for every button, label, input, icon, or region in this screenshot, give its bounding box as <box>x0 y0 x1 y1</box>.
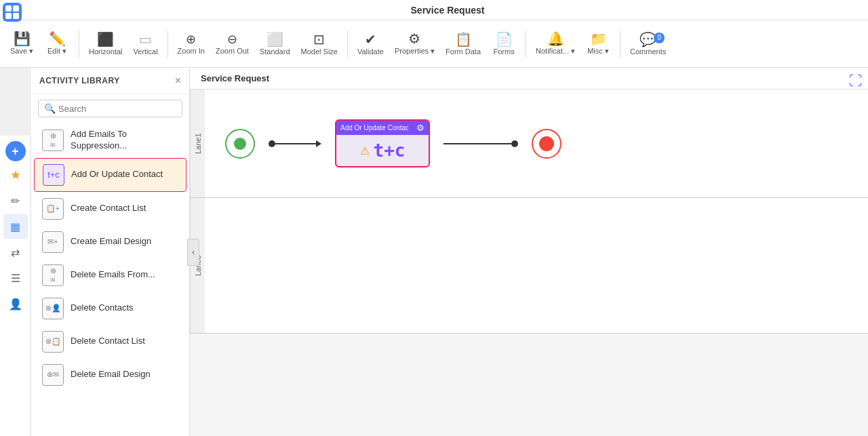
activity-icon-add-emails: ⊕✉ <box>42 130 64 151</box>
canvas-activity-header: Add Or Update Contac... ⚙ <box>336 121 429 135</box>
vertical-icon: ▭ <box>139 33 152 46</box>
sidebar-icon-list[interactable]: ☰ <box>3 266 28 290</box>
canvas-activity-body: ⚠ t+c <box>336 135 429 166</box>
lane-1-label: Lane1 <box>190 90 205 197</box>
standard-icon: ⬜ <box>267 33 283 46</box>
activity-icon-create-email-design: ✉+ <box>42 231 64 253</box>
activity-label-delete-contacts: Delete Contacts <box>71 302 134 314</box>
sidebar-icon-activities[interactable]: ▦ <box>3 214 28 239</box>
app-icon[interactable] <box>3 3 22 22</box>
activity-item-add-or-update[interactable]: t+c Add Or Update Contact <box>34 158 186 192</box>
canvas-header: Service Request <box>190 68 868 90</box>
zoom-out-button[interactable]: ⊖ Zoom Out <box>212 31 253 58</box>
sidebar-close-button[interactable]: × <box>175 75 181 87</box>
horizontal-button[interactable]: ⬛ Horizontal <box>85 30 127 58</box>
activity-label-delete-emails: Delete Emails From... <box>71 269 155 281</box>
arrow-dot-2 <box>511 140 518 147</box>
forms-icon: 📄 <box>496 33 513 46</box>
arrow-head-1 <box>316 140 321 147</box>
misc-button[interactable]: 📁 Misc ▾ <box>582 29 614 58</box>
activity-icon-delete-contact-list: ⊗📋 <box>42 331 64 353</box>
zoom-in-icon: ⊕ <box>186 33 196 45</box>
activity-icon-delete-email-design: ⊗✉ <box>42 364 64 386</box>
sidebar-icons: + ★ ✏ ▦ ⇄ ☰ 👤 <box>0 136 31 436</box>
divider-2 <box>167 31 168 58</box>
arrow-2 <box>443 140 518 147</box>
lane-3: Lane3 <box>190 198 868 334</box>
model-size-icon: ⊡ <box>313 33 325 46</box>
sidebar-collapse-button[interactable]: ‹ <box>187 239 199 266</box>
activity-list: ⊕✉ Add Emails To Suppression... t+c Add … <box>31 123 189 436</box>
divider-1 <box>79 31 79 58</box>
sidebar-icon-add[interactable]: + <box>5 141 26 161</box>
divider-5 <box>620 31 620 58</box>
canvas-activity-body-icon: t+c <box>374 140 406 161</box>
comments-button[interactable]: 💬 0 Comments <box>626 30 670 58</box>
page-title: Service Request <box>411 5 485 16</box>
activity-icon-create-contact-list: 📋+ <box>42 198 64 220</box>
search-icon: 🔍 <box>44 103 56 114</box>
activity-item-delete-email-design[interactable]: ⊗✉ Delete Email Design <box>34 359 186 391</box>
save-button[interactable]: 💾 Save ▾ <box>5 29 38 58</box>
lane-1: Lane1 Add Or Update Co <box>190 90 868 198</box>
canvas-inner: Lane1 Add Or Update Co <box>190 90 868 334</box>
save-icon: 💾 <box>14 32 31 45</box>
canvas-activity-title: Add Or Update Contac... <box>340 124 408 132</box>
sidebar-header: ACTIVITY LIBRARY × <box>31 68 189 94</box>
edit-button[interactable]: ✏️ Edit ▾ <box>41 29 73 58</box>
lane-1-content: Add Or Update Contac... ⚙ ⚠ t+c <box>205 90 868 197</box>
start-node[interactable] <box>225 129 255 159</box>
activity-item-add-emails[interactable]: ⊕✉ Add Emails To Suppression... <box>34 123 186 157</box>
sidebar-icon-pencil[interactable]: ✏ <box>3 189 28 213</box>
end-node-inner <box>539 136 554 151</box>
form-data-button[interactable]: 📋 Form Data <box>441 30 485 58</box>
activity-label-create-email-design: Create Email Design <box>71 236 151 247</box>
activity-label-delete-email-design: Delete Email Design <box>71 369 151 380</box>
standard-button[interactable]: ⬜ Standard <box>256 30 294 58</box>
sidebar-icon-star[interactable]: ★ <box>3 163 28 187</box>
sidebar-header-title: ACTIVITY LIBRARY <box>39 76 120 85</box>
activity-label-delete-contact-list: Delete Contact List <box>71 336 145 347</box>
canvas-activity-add-or-update[interactable]: Add Or Update Contac... ⚙ ⚠ t+c <box>335 119 430 167</box>
vertical-button[interactable]: ▭ Vertical <box>130 30 162 58</box>
arrow-body-2 <box>443 143 511 144</box>
model-size-button[interactable]: ⊡ Model Size <box>297 30 342 58</box>
activity-icon-add-or-update: t+c <box>43 164 64 186</box>
sidebar-panel: ACTIVITY LIBRARY × 🔍 ⊕✉ Add Emails To Su… <box>31 68 190 436</box>
warning-icon: ⚠ <box>360 144 370 157</box>
start-node-inner <box>234 138 246 150</box>
end-node[interactable] <box>532 129 561 159</box>
validate-icon: ✔ <box>365 33 376 46</box>
activity-icon-delete-contacts: ⊗👤 <box>42 298 64 319</box>
sidebar-icon-person[interactable]: 👤 <box>3 292 28 316</box>
validate-button[interactable]: ✔ Validate <box>353 30 388 58</box>
canvas-expand-button[interactable]: ⛶ <box>849 73 863 89</box>
arrow-1 <box>269 140 321 147</box>
misc-icon: 📁 <box>590 32 607 45</box>
canvas-title: Service Request <box>201 73 269 83</box>
horizontal-icon: ⬛ <box>97 33 114 46</box>
activity-item-create-email-design[interactable]: ✉+ Create Email Design <box>34 226 186 258</box>
activity-item-delete-contacts[interactable]: ⊗👤 Delete Contacts <box>34 292 186 325</box>
lane-3-content <box>205 198 868 333</box>
form-data-icon: 📋 <box>455 33 472 46</box>
canvas-activity-gear-icon[interactable]: ⚙ <box>416 123 425 133</box>
activity-item-delete-emails[interactable]: ⊗✉ Delete Emails From... <box>34 259 186 292</box>
forms-button[interactable]: 📄 Forms <box>488 30 520 58</box>
arrow-body-1 <box>275 143 316 144</box>
comments-badge: 0 <box>654 33 665 43</box>
divider-4 <box>526 31 526 58</box>
toolbar: 💾 Save ▾ ✏️ Edit ▾ ⬛ Horizontal ▭ Vertic… <box>0 20 868 68</box>
activity-item-delete-contact-list[interactable]: ⊗📋 Delete Contact List <box>34 325 186 358</box>
activity-label-create-contact-list: Create Contact List <box>71 203 146 214</box>
properties-button[interactable]: ⚙ Properties ▾ <box>391 29 439 58</box>
search-input[interactable] <box>58 104 176 114</box>
zoom-in-button[interactable]: ⊕ Zoom In <box>174 31 209 58</box>
notifications-button[interactable]: 🔔 Notificat... ▾ <box>532 29 579 58</box>
activity-label-add-emails: Add Emails To Suppression... <box>71 129 178 152</box>
activity-item-create-contact-list[interactable]: 📋+ Create Contact List <box>34 193 186 225</box>
edit-icon: ✏️ <box>49 32 66 45</box>
canvas-area[interactable]: ⛶ Service Request Lane1 <box>190 68 868 436</box>
sidebar-icon-connections[interactable]: ⇄ <box>3 240 28 264</box>
notifications-icon: 🔔 <box>547 32 564 45</box>
